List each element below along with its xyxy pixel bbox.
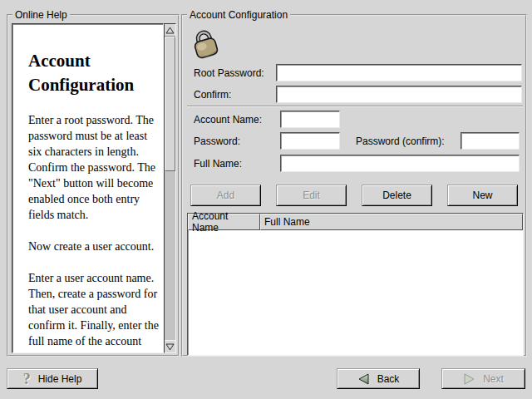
help-text-area: Account Configuration Enter a root passw…	[12, 23, 164, 353]
root-password-label: Root Password:	[194, 67, 264, 79]
help-heading: Account Configuration	[28, 49, 161, 97]
column-header-account-name[interactable]: Account Name	[188, 214, 260, 230]
column-header-label: Full Name	[264, 216, 310, 228]
back-button-label: Back	[377, 373, 400, 385]
root-password-input[interactable]	[276, 64, 522, 81]
scroll-down-button[interactable]	[165, 340, 175, 352]
help-scrollbar[interactable]	[164, 23, 176, 353]
help-paragraph: Enter a user account name. Then, create …	[28, 270, 161, 349]
add-button[interactable]: Add	[190, 185, 261, 206]
hide-help-button[interactable]: ? Hide Help	[7, 368, 98, 389]
delete-button[interactable]: Delete	[362, 185, 432, 206]
confirm-label: Confirm:	[194, 89, 231, 101]
next-button-label: Next	[483, 373, 504, 385]
add-button-label: Add	[217, 190, 234, 201]
edit-button-label: Edit	[303, 190, 320, 201]
password-confirm-label: Password (confirm):	[356, 135, 445, 147]
account-configuration-frame-label: Account Configuration	[187, 9, 290, 21]
edit-button[interactable]: Edit	[276, 185, 347, 206]
password-input[interactable]	[280, 132, 340, 150]
column-header-full-name[interactable]: Full Name	[260, 214, 523, 230]
new-button[interactable]: New	[447, 185, 518, 206]
account-name-label: Account Name:	[194, 114, 262, 126]
user-account-list[interactable]: Account Name Full Name	[187, 213, 524, 356]
question-icon: ?	[23, 373, 31, 385]
back-arrow-icon	[357, 373, 370, 385]
back-button[interactable]: Back	[337, 368, 420, 389]
password-confirm-input[interactable]	[461, 132, 520, 150]
next-button[interactable]: Next	[441, 368, 525, 389]
user-list-body[interactable]	[189, 231, 522, 354]
help-paragraph: Enter a root password. The password must…	[28, 112, 161, 223]
next-arrow-icon	[463, 373, 475, 385]
delete-button-label: Delete	[382, 190, 411, 201]
scroll-up-icon	[165, 27, 175, 34]
scroll-up-button[interactable]	[165, 24, 175, 37]
help-body: Enter a root password. The password must…	[28, 112, 161, 349]
scrollbar-thumb[interactable]	[165, 37, 175, 171]
hide-help-button-label: Hide Help	[38, 373, 82, 385]
scroll-down-icon	[165, 343, 175, 351]
password-label: Password:	[194, 135, 240, 147]
separator	[187, 106, 523, 107]
installer-window: Online Help Account Configuration Enter …	[0, 0, 532, 399]
online-help-frame-label: Online Help	[12, 9, 70, 21]
user-list-header: Account Name Full Name	[188, 214, 523, 230]
confirm-password-input[interactable]	[276, 86, 522, 103]
account-name-input[interactable]	[280, 111, 340, 128]
full-name-label: Full Name:	[194, 158, 242, 170]
column-header-label: Account Name	[192, 210, 256, 234]
full-name-input[interactable]	[280, 155, 520, 172]
help-paragraph: Now create a user account.	[28, 239, 161, 254]
padlock-icon	[189, 27, 225, 60]
new-button-label: New	[472, 190, 492, 201]
